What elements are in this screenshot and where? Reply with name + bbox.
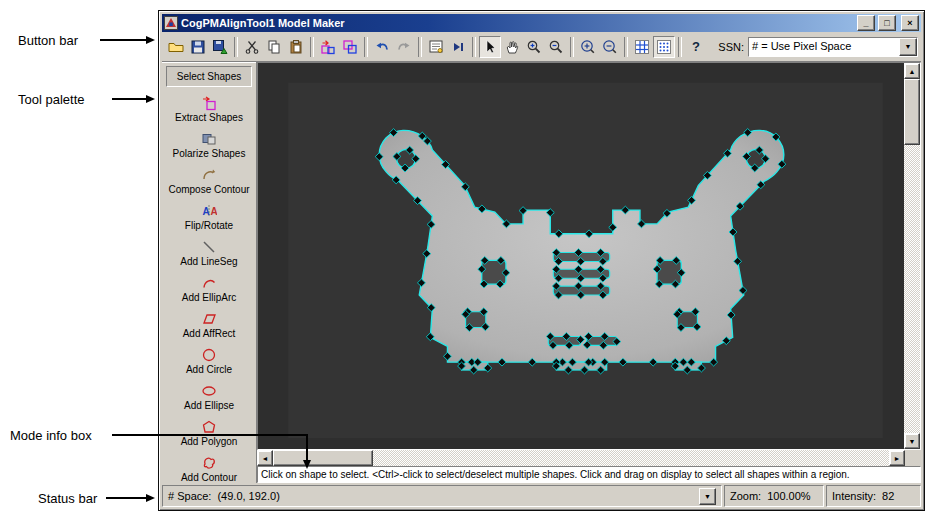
maximize-button[interactable]: □ (878, 15, 896, 31)
close-button[interactable]: × (901, 15, 919, 31)
part-image[interactable] (258, 63, 904, 449)
grid-dots-icon (656, 39, 672, 55)
zoom-in-centered-button[interactable] (577, 36, 599, 58)
toolbar-separator (418, 37, 422, 57)
chevron-down-icon: ▼ (905, 43, 912, 50)
grid-dots-button[interactable] (653, 36, 675, 58)
callout-line-mode-info-v (306, 434, 308, 460)
copy-button[interactable] (263, 36, 285, 58)
help-button[interactable]: ? (685, 36, 707, 58)
palette-item-add-lineseg[interactable]: Add LineSeg (162, 235, 256, 271)
run-once-button[interactable] (447, 36, 469, 58)
palette-item-add-contour[interactable]: Add Contour (162, 451, 256, 487)
palette-item-polarize-shapes[interactable]: Polarize Shapes (162, 127, 256, 163)
svg-text:A: A (211, 206, 218, 217)
status-space-label: # Space: (168, 490, 211, 502)
vertical-scroll-thumb[interactable] (904, 79, 920, 145)
palette-item-compose-contour[interactable]: Compose Contour (162, 163, 256, 199)
callout-arrow-status-bar (146, 494, 155, 502)
tool-palette: Select Shapes Extract Shapes Polarize Sh… (162, 62, 257, 483)
callout-tool-palette: Tool palette (18, 92, 85, 107)
polarize-shapes-icon (201, 131, 217, 147)
status-intensity-label: Intensity: (832, 490, 876, 502)
ssn-dropdown-button[interactable]: ▼ (899, 38, 917, 56)
properties-button[interactable] (425, 36, 447, 58)
toolbar-separator (310, 37, 314, 57)
palette-item-label: Flip/Rotate (185, 220, 233, 231)
train-button[interactable] (339, 36, 361, 58)
cut-button[interactable] (241, 36, 263, 58)
copy-icon (266, 39, 282, 55)
callout-arrow-tool-palette (146, 95, 155, 103)
vertical-scrollbar[interactable]: ▲ ▼ (904, 63, 920, 449)
save-button[interactable] (187, 36, 209, 58)
zoom-in-button[interactable] (523, 36, 545, 58)
palette-item-add-polygon[interactable]: Add Polygon (162, 415, 256, 451)
grid-axes-button[interactable] (631, 36, 653, 58)
status-zoom-panel: Zoom: 100.00% (724, 485, 824, 507)
button-bar: ? SSN: # = Use Pixel Space ▼ (162, 32, 921, 62)
add-ellipse-icon (201, 383, 217, 399)
scroll-down-button[interactable]: ▼ (904, 433, 920, 449)
extract-train-button[interactable] (317, 36, 339, 58)
extract-train-icon (320, 39, 336, 55)
status-intensity-value: 82 (882, 490, 894, 502)
image-display[interactable]: ▲ ▼ (257, 62, 921, 450)
scroll-right-button[interactable]: ► (889, 450, 905, 466)
scrollbar-corner (905, 450, 921, 466)
redo-icon (396, 39, 412, 55)
open-button[interactable] (165, 36, 187, 58)
add-contour-icon (201, 455, 217, 471)
palette-item-label: Extract Shapes (175, 112, 243, 123)
select-pointer-button[interactable] (479, 36, 501, 58)
pointer-arrow-icon (482, 39, 498, 55)
svg-text:A: A (203, 206, 210, 217)
help-icon: ? (692, 39, 700, 54)
ssn-combobox[interactable]: # = Use Pixel Space ▼ (748, 37, 918, 57)
callout-status-bar: Status bar (38, 491, 97, 506)
palette-item-flip-rotate[interactable]: A A Flip/Rotate (162, 199, 256, 235)
add-affrect-icon (201, 311, 217, 327)
status-zoom-label: Zoom: (730, 490, 761, 502)
scroll-left-button[interactable]: ◄ (257, 450, 273, 466)
palette-item-label: Add Circle (186, 364, 232, 375)
status-intensity-panel: Intensity: 82 (826, 485, 921, 507)
save-image-button[interactable] (209, 36, 231, 58)
palette-item-add-circle[interactable]: Add Circle (162, 343, 256, 379)
toolbar-separator (364, 37, 368, 57)
callout-line-mode-info-h (112, 434, 308, 436)
palette-item-label: Add LineSeg (180, 256, 237, 267)
minimize-button[interactable]: _ (857, 15, 875, 31)
status-space-dropdown-button[interactable]: ▼ (699, 488, 716, 505)
redo-button[interactable] (393, 36, 415, 58)
pan-button[interactable] (501, 36, 523, 58)
vertical-scroll-track[interactable] (904, 79, 920, 433)
palette-item-add-affrect[interactable]: Add AffRect (162, 307, 256, 343)
scroll-up-button[interactable]: ▲ (904, 63, 920, 79)
horizontal-scroll-thumb[interactable] (273, 450, 373, 466)
extract-shapes-icon (201, 95, 217, 111)
callout-arrow-mode-info (303, 460, 311, 469)
palette-item-extract-shapes[interactable]: Extract Shapes (162, 91, 256, 127)
horizontal-scrollbar[interactable]: ◄ ► (257, 450, 921, 466)
window-title: CogPMAlignTool1 Model Maker (181, 17, 854, 29)
status-space-panel: # Space: (49.0, 192.0) ▼ (162, 485, 722, 507)
palette-item-select-shapes[interactable]: Select Shapes (166, 66, 252, 87)
properties-icon (428, 39, 444, 55)
zoom-out-button[interactable] (545, 36, 567, 58)
toolbar-separator (624, 37, 628, 57)
toolbar-separator (472, 37, 476, 57)
ssn-label: SSN: (718, 41, 744, 53)
undo-button[interactable] (371, 36, 393, 58)
paste-button[interactable] (285, 36, 307, 58)
chevron-down-icon: ▼ (704, 493, 711, 500)
palette-item-add-ellipse[interactable]: Add Ellipse (162, 379, 256, 415)
title-bar[interactable]: CogPMAlignTool1 Model Maker _ □ × (162, 14, 921, 32)
zoom-out-centered-button[interactable] (599, 36, 621, 58)
palette-item-add-elliparc[interactable]: Add EllipArc (162, 271, 256, 307)
status-bar: # Space: (49.0, 192.0) ▼ Zoom: 100.00% I… (162, 483, 921, 507)
palette-item-label: Add Ellipse (184, 400, 234, 411)
toolbar-separator (570, 37, 574, 57)
horizontal-scroll-track[interactable] (273, 450, 889, 466)
callout-mode-info-box: Mode info box (10, 428, 92, 443)
